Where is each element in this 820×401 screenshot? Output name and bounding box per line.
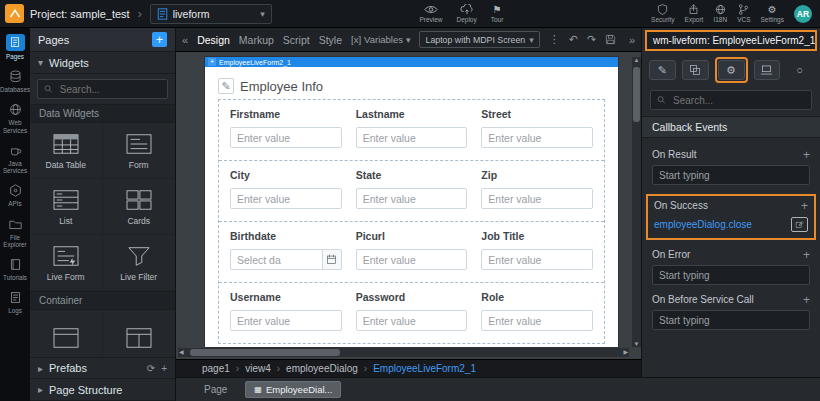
widgets-accordion-header[interactable]: ▾ Widgets — [30, 52, 175, 74]
refresh-icon[interactable]: ⟳ — [147, 363, 155, 374]
preview-button[interactable]: Preview — [419, 4, 442, 23]
jobtitle-input[interactable] — [481, 249, 593, 270]
add-page-button[interactable]: + — [152, 32, 167, 47]
username-input[interactable] — [230, 310, 342, 331]
add-on-error-button[interactable]: + — [803, 250, 810, 260]
breadcrumb-employeeliveform[interactable]: EmployeeLiveForm2_1 — [373, 363, 476, 374]
widget-live-form[interactable]: Live Form — [30, 235, 103, 291]
add-prefab-button[interactable]: + — [161, 363, 167, 374]
widget-live-filter[interactable]: Live Filter — [103, 235, 176, 291]
vertical-scroll-thumb[interactable] — [633, 67, 640, 122]
i18n-button[interactable]: I18N — [713, 4, 727, 23]
widget-cards[interactable]: Cards — [103, 179, 176, 235]
widget-search-box[interactable] — [37, 79, 168, 99]
security-button[interactable]: Security — [651, 4, 674, 23]
container-group-label: Container — [30, 291, 175, 310]
widget-data-table[interactable]: Data Table — [30, 123, 103, 179]
widget-list[interactable]: List — [30, 179, 103, 235]
birthdate-input[interactable] — [230, 249, 322, 270]
device-selector-dropdown[interactable]: Laptop with MDPI Screen ▾ — [419, 31, 539, 48]
state-input[interactable] — [356, 188, 468, 209]
dialog-window-icon: ▦ — [254, 385, 262, 394]
tab-script[interactable]: Script — [283, 34, 310, 46]
on-result-input[interactable] — [652, 165, 810, 185]
on-success-handler-link[interactable]: employeeDialog.close — [654, 219, 752, 230]
properties-tab[interactable]: ✎ — [649, 60, 676, 80]
events-search-box[interactable] — [650, 90, 812, 110]
scroll-right-icon[interactable]: ▶ — [623, 348, 628, 357]
bottom-tab-page[interactable]: Page — [204, 384, 227, 395]
rail-item-logs[interactable]: Logs — [0, 286, 30, 319]
city-input[interactable] — [230, 188, 342, 209]
edit-handler-button[interactable] — [791, 217, 808, 232]
page-selector-dropdown[interactable]: liveform ▾ — [150, 4, 272, 24]
app-logo-icon[interactable] — [5, 4, 24, 23]
rail-item-file-explorer[interactable]: File Explorer — [0, 213, 30, 253]
collapse-right-panel-icon[interactable]: » — [629, 34, 635, 46]
undo-icon[interactable]: ↶ — [569, 33, 578, 46]
rail-item-tutorials[interactable]: Tutorials — [0, 253, 30, 286]
variables-dropdown[interactable]: [x] Variables ▾ — [351, 34, 410, 45]
scroll-down-icon[interactable]: ▼ — [632, 341, 641, 347]
user-avatar[interactable]: AR — [794, 5, 812, 23]
styles-tab[interactable] — [682, 60, 709, 80]
device-tab[interactable] — [754, 60, 781, 80]
redo-icon[interactable]: ↷ — [587, 33, 596, 46]
breadcrumb-page1[interactable]: page1 — [202, 363, 230, 374]
form-row-2: City State Zip — [219, 161, 604, 222]
breadcrumb-view4[interactable]: view4 — [245, 363, 271, 374]
more-options-icon[interactable]: ⋮ — [549, 33, 560, 46]
add-on-before-service-call-button[interactable]: + — [803, 295, 810, 305]
street-input[interactable] — [481, 127, 593, 148]
rail-item-databases[interactable]: Databases — [0, 65, 30, 98]
widget-form[interactable]: Form — [103, 123, 176, 179]
firstname-input[interactable] — [230, 127, 342, 148]
horizontal-scrollbar[interactable]: ◀ ▶ — [178, 348, 629, 357]
scroll-left-icon[interactable]: ◀ — [179, 348, 184, 357]
settings-button[interactable]: ⚙ Settings — [761, 4, 785, 23]
rail-item-web-services[interactable]: Web Services — [0, 98, 30, 138]
rail-item-apis[interactable]: APIs — [0, 179, 30, 212]
prefabs-accordion-header[interactable]: ▸ Prefabs ⟳ + — [30, 357, 175, 379]
rail-item-java-services[interactable]: Java Services — [0, 139, 30, 179]
tour-button[interactable]: ⚑ Tour — [491, 4, 504, 23]
tab-design[interactable]: Design — [197, 34, 230, 46]
password-input[interactable] — [356, 310, 468, 331]
tab-style[interactable]: Style — [319, 34, 342, 46]
widget-container-1[interactable] — [30, 310, 103, 357]
save-icon[interactable] — [605, 34, 616, 45]
vertical-scrollbar[interactable]: ▲ ▼ — [632, 57, 641, 347]
live-filter-icon — [125, 244, 153, 268]
form-icon — [125, 132, 153, 156]
edit-icon — [795, 220, 804, 229]
vcs-button[interactable]: VCS — [737, 4, 750, 23]
picurl-input[interactable] — [356, 249, 468, 270]
add-on-result-button[interactable]: + — [803, 150, 810, 160]
tab-markup[interactable]: Markup — [239, 34, 274, 46]
widget-search-input[interactable] — [58, 83, 161, 96]
canvas-page[interactable]: + EmployeeLiveForm2_1 ✎ Employee Info Fi… — [205, 57, 618, 347]
calendar-button[interactable] — [322, 249, 342, 270]
form-field-password: Password — [356, 291, 468, 331]
lastname-input[interactable] — [356, 127, 468, 148]
role-input[interactable] — [481, 310, 593, 331]
page-structure-accordion-header[interactable]: ▸ Page Structure — [30, 379, 175, 401]
widget-container-2[interactable] — [103, 310, 176, 357]
events-tab[interactable]: ⚙ — [718, 60, 745, 80]
horizontal-scroll-thumb[interactable] — [190, 349, 340, 356]
selected-widget-bar[interactable]: + EmployeeLiveForm2_1 — [205, 57, 618, 67]
form-field-firstname: Firstname — [230, 108, 342, 148]
events-search-input[interactable] — [671, 94, 805, 107]
on-before-service-call-input[interactable] — [652, 310, 810, 330]
on-error-input[interactable] — [652, 265, 810, 285]
state-tab[interactable]: ○ — [786, 60, 813, 80]
zip-input[interactable] — [481, 188, 593, 209]
collapse-left-panel-icon[interactable]: « — [182, 34, 188, 46]
rail-item-pages[interactable]: Pages — [0, 30, 30, 65]
bottom-tab-employeedialog[interactable]: ▦ EmployeeDial... — [245, 381, 341, 398]
breadcrumb-employeedialog[interactable]: employeeDialog — [286, 363, 358, 374]
scroll-up-icon[interactable]: ▲ — [632, 57, 641, 63]
deploy-button[interactable]: Deploy — [457, 4, 477, 23]
add-on-success-button[interactable]: + — [801, 201, 808, 211]
export-button[interactable]: Export — [685, 4, 704, 23]
